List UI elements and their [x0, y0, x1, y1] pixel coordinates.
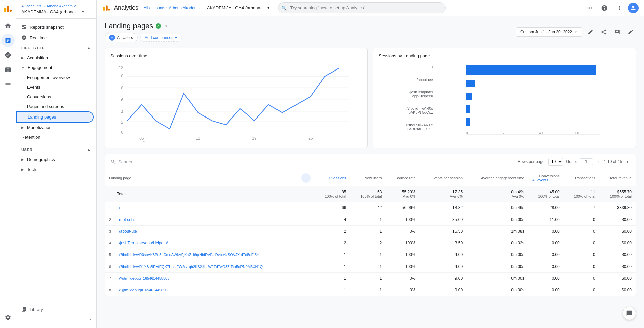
table-wrapper: Landing page + ↑ Sessions New users — [105, 170, 636, 296]
svg-text:40: 40 — [539, 131, 543, 135]
sidebar-item-landing-pages[interactable]: Landing pages — [16, 111, 94, 123]
lifecycle-section-header[interactable]: Life cycle ▲ — [16, 43, 96, 53]
sidebar: All accounts › Arbona Akademija AKADEMIJ… — [16, 0, 97, 328]
all-accounts-link[interactable]: All accounts — [21, 4, 41, 8]
line-chart-svg: 12 10 8 6 4 2 0 — [110, 61, 362, 142]
bar-label-4: /?fbclid=IwAR0sbAK8Pt-5dCr... — [379, 106, 433, 114]
sidebar-item-realtime[interactable]: Realtime — [16, 32, 94, 43]
page-title-dropdown[interactable] — [164, 23, 169, 29]
svg-point-6 — [108, 9, 110, 11]
top-account-chevron-icon: ▼ — [267, 6, 270, 10]
sidebar-item-reports-snapshot[interactable]: Reports snapshot — [16, 21, 94, 32]
sidebar-item-retention[interactable]: Retention — [16, 132, 94, 142]
line-chart-card: Sessions over time 12 10 8 6 4 2 0 — [105, 48, 368, 148]
svg-rect-27 — [466, 65, 596, 75]
goto-page-input[interactable] — [580, 158, 593, 165]
totals-avg-engagement: 0m 49s Avg 0% — [467, 186, 528, 202]
app-branding: Analytics — [102, 3, 144, 13]
pencil-icon-button[interactable] — [625, 27, 636, 37]
svg-text:10: 10 — [119, 74, 124, 78]
settings-nav-icon[interactable] — [1, 311, 15, 324]
user-section-header[interactable]: User ▲ — [16, 145, 96, 155]
top-breadcrumb: All accounts › Arbona Akademija — [144, 6, 202, 10]
chat-support-button[interactable] — [623, 307, 636, 320]
rows-per-page-select[interactable]: 10 25 50 — [548, 158, 563, 166]
svg-point-3 — [9, 10, 11, 12]
sidebar-item-engagement-overview[interactable]: Engagement overview — [16, 73, 94, 82]
table-search-input[interactable] — [118, 159, 185, 165]
advertising-nav-icon[interactable] — [1, 63, 15, 77]
ga-logo[interactable] — [3, 3, 13, 13]
home-nav-icon[interactable] — [1, 19, 15, 32]
top-account-selector[interactable]: AKADEMIJA - GA4 (arbona-... ▼ — [207, 5, 270, 10]
top-all-accounts-link[interactable]: All accounts — [144, 6, 165, 10]
table-row: 8 /?gtm_debug=1654614458503 1 1 0% 9.00 … — [105, 284, 636, 296]
bar-label-1: / — [379, 65, 433, 69]
all-events-link[interactable]: All events — [532, 178, 560, 182]
svg-text:8: 8 — [121, 86, 123, 90]
apps-icon-button[interactable] — [584, 2, 596, 14]
svg-rect-29 — [466, 93, 472, 100]
date-range-button[interactable]: Custom Jun 1 - Jun 30, 2022 — [516, 27, 582, 37]
totals-label: Totals — [105, 186, 297, 202]
sidebar-header: All accounts › Arbona Akademija AKADEMIJ… — [16, 0, 96, 19]
collapse-sidebar-button[interactable]: ‹ — [16, 315, 96, 325]
table-pagination: Rows per page: 10 25 50 Go to: ‹ 1-10 of… — [518, 158, 630, 166]
engagement-group[interactable]: ▼ Engagement — [16, 63, 96, 73]
prev-page-button[interactable]: ‹ — [596, 158, 601, 165]
engagement-arrow-icon: ▼ — [21, 66, 25, 69]
user-avatar[interactable] — [628, 3, 639, 13]
totals-sessions: 85 100% of total — [315, 186, 350, 202]
help-icon-button[interactable] — [598, 2, 610, 14]
acquisition-arrow-icon: ▶ — [21, 56, 24, 60]
all-users-filter-chip[interactable]: A All Users — [105, 33, 138, 42]
demographics-arrow-icon: ▶ — [21, 158, 24, 161]
table-search — [110, 159, 518, 165]
explore-nav-icon[interactable] — [1, 48, 15, 62]
top-bar: Analytics All accounts › Arbona Akademij… — [97, 0, 644, 16]
header-actions: Custom Jun 1 - Jun 30, 2022 — [516, 27, 636, 37]
configure-nav-icon[interactable] — [1, 78, 15, 91]
table-toolbar: Rows per page: 10 25 50 Go to: ‹ 1-10 of… — [105, 154, 636, 170]
pagination-info: 1-10 of 15 — [604, 159, 622, 164]
edit-icon-button[interactable] — [585, 27, 596, 37]
table-row: 7 /?gtm_debug=1654614458503 1 1 0% 9.00 … — [105, 273, 636, 284]
share-icon-button[interactable] — [598, 27, 609, 37]
svg-text:20: 20 — [503, 131, 507, 135]
table-card: Rows per page: 10 25 50 Go to: ‹ 1-10 of… — [105, 154, 636, 296]
add-comparison-plus-icon: + — [175, 35, 177, 40]
top-account-link[interactable]: Arbona Akademija — [169, 6, 201, 10]
monetization-group[interactable]: ▶ Monetization — [16, 123, 96, 132]
col-header-conversions: Conversions All events — [528, 170, 564, 186]
bar-chart-svg: 0 20 40 60 — [436, 61, 630, 135]
tech-group[interactable]: ▶ Tech — [16, 165, 96, 174]
table-row: 1 / 66 42 56.06% 13.82 0m 46s 28.00 7 $3… — [105, 202, 636, 214]
svg-rect-4 — [103, 7, 105, 11]
page-content: Landing pages A All Users Add comparison… — [97, 16, 644, 328]
filter-chip-avatar: A — [109, 35, 115, 41]
svg-text:Jun: Jun — [138, 140, 145, 142]
table-row: 4 /joshTemplate/app/Helpers/ 2 2 100% 3.… — [105, 237, 636, 249]
svg-text:19: 19 — [252, 136, 257, 141]
add-column-button[interactable]: + — [301, 173, 311, 183]
sidebar-item-events[interactable]: Events — [16, 82, 94, 92]
col-header-bounce-rate: Bounce rate — [386, 170, 419, 186]
bookmark-icon-button[interactable] — [612, 27, 623, 37]
sidebar-item-pages-and-screens[interactable]: Pages and screens — [16, 102, 94, 111]
sidebar-item-conversions[interactable]: Conversions — [16, 92, 94, 102]
sidebar-item-library[interactable]: Library — [16, 304, 96, 315]
more-icon-button[interactable] — [613, 2, 625, 14]
add-comparison-button[interactable]: Add comparison + — [140, 34, 182, 42]
acquisition-group[interactable]: ▶ Acquisition — [16, 53, 96, 63]
next-page-button[interactable]: › — [625, 158, 630, 165]
reports-nav-icon[interactable] — [1, 34, 15, 47]
account-selector[interactable]: AKADEMIJA - GA4 (arbona-... ▼ — [21, 9, 91, 14]
bar-label-2: /about-us/ — [379, 78, 433, 82]
account-link[interactable]: Arbona Akademija — [47, 4, 76, 8]
search-input[interactable] — [278, 2, 446, 13]
col-header-landing-page[interactable]: Landing page — [105, 170, 297, 186]
col-header-sessions[interactable]: ↑ Sessions — [315, 170, 350, 186]
status-dot — [156, 23, 161, 29]
svg-rect-31 — [466, 118, 470, 126]
demographics-group[interactable]: ▶ Demographics — [16, 155, 96, 165]
